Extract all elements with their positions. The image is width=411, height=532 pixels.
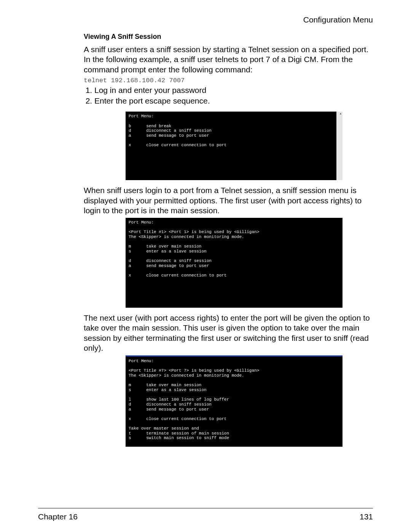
steps-list: Log in and enter your password Enter the… bbox=[84, 85, 373, 107]
page-footer: Chapter 16 131 bbox=[38, 508, 373, 521]
telnet-command: telnet 192.168.100.42 7007 bbox=[84, 77, 373, 84]
step-2: Enter the port escape sequence. bbox=[94, 96, 373, 106]
page-header-right: Configuration Menu bbox=[84, 15, 373, 24]
terminal-screenshot-2: Port Menu: <Port Title #1> <Port 1> is b… bbox=[126, 218, 342, 308]
section-title: Viewing A Sniff Session bbox=[84, 33, 373, 41]
terminal-screenshot-3: Port Menu: <Port Title #7> <Port 7> is b… bbox=[126, 355, 342, 447]
chapter-label: Chapter 16 bbox=[38, 512, 78, 521]
paragraph-after-term1: When sniff users login to a port from a … bbox=[84, 185, 373, 216]
paragraph-after-term2: The next user (with port access rights) … bbox=[84, 313, 373, 353]
step-1: Log in and enter your password bbox=[94, 85, 373, 96]
terminal-screenshot-1: Port Menu: b send break d disconnect a s… bbox=[126, 112, 342, 180]
intro-paragraph: A sniff user enters a sniff session by s… bbox=[84, 45, 373, 75]
page-number: 131 bbox=[360, 512, 373, 521]
